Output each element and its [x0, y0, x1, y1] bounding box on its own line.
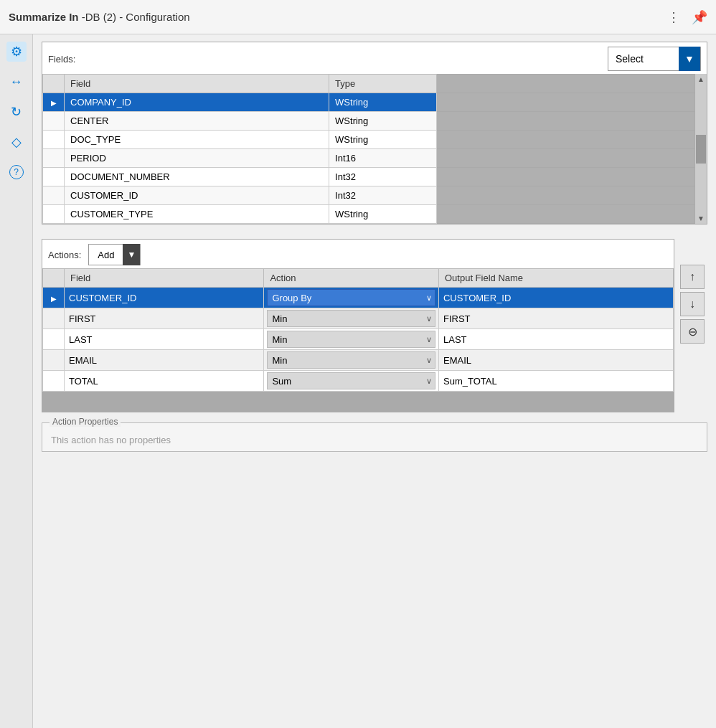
select-dropdown[interactable]: Select ▼ — [608, 47, 701, 71]
fields-header-row: Fields: Select ▼ — [42, 42, 707, 74]
actions-row-output[interactable]: Sum_TOTAL — [438, 371, 673, 392]
actions-row-action[interactable]: Min ∨ — [264, 308, 439, 329]
sidebar-item-help[interactable]: ? — [6, 162, 27, 182]
tag-icon: ◇ — [11, 134, 22, 150]
fields-row-type: WString — [329, 93, 437, 112]
action-dropdown[interactable]: Min ∨ — [267, 310, 435, 327]
help-icon: ? — [9, 165, 24, 179]
fields-row-extra — [437, 93, 695, 112]
menu-icon[interactable]: ⋮ — [667, 9, 680, 25]
actions-row-field[interactable]: LAST — [65, 329, 264, 350]
actions-row-action[interactable]: Min ∨ — [264, 350, 439, 371]
actions-row-field[interactable]: CUSTOMER_ID — [65, 288, 264, 308]
fields-row-type: WString — [329, 205, 437, 224]
fields-label: Fields: — [48, 54, 75, 65]
actions-table: Field Action Output Field Name ▶ CUSTOME… — [42, 268, 674, 392]
content-area: Fields: Select ▼ Field Type — [33, 34, 716, 728]
actions-row-field[interactable]: FIRST — [65, 308, 264, 329]
action-dropdown-arrow: ∨ — [423, 375, 435, 387]
action-dropdown[interactable]: Min ∨ — [267, 331, 435, 348]
delete-button[interactable]: ⊖ — [680, 319, 705, 344]
action-properties-legend: Action Properties — [50, 417, 121, 427]
actions-row-field[interactable]: TOTAL — [65, 371, 264, 392]
tool-name: Summarize In — [9, 11, 79, 23]
actions-table-wrap: Field Action Output Field Name ▶ CUSTOME… — [42, 268, 674, 412]
fields-row-extra — [437, 205, 695, 224]
actions-row-output[interactable]: EMAIL — [438, 350, 673, 371]
fields-row-field[interactable]: CENTER — [65, 112, 329, 131]
fields-row-extra — [437, 112, 695, 131]
add-dropdown[interactable]: Add ▼ — [88, 244, 141, 265]
action-dropdown[interactable]: Sum ∨ — [267, 372, 435, 389]
fields-row-field[interactable]: DOCUMENT_NUMBER — [65, 168, 329, 186]
fields-row-type: WString — [329, 131, 437, 149]
actions-row-output[interactable]: LAST — [438, 329, 673, 350]
actions-col-indicator — [43, 269, 65, 288]
action-dropdown[interactable]: Min ∨ — [267, 351, 435, 369]
actions-outer: Actions: Add ▼ Field Act — [42, 239, 707, 420]
sidebar-item-settings[interactable]: ⚙ — [6, 42, 27, 62]
move-down-button[interactable]: ↓ — [680, 292, 705, 316]
fields-row-type: Int16 — [329, 149, 437, 168]
actions-row-field[interactable]: EMAIL — [65, 350, 264, 371]
fields-col-indicator — [43, 75, 65, 93]
action-dropdown[interactable]: Group By ∨ — [267, 289, 435, 306]
scroll-thumb[interactable] — [696, 135, 706, 164]
fields-row-extra — [437, 186, 695, 205]
fields-row-indicator: ▶ — [43, 93, 65, 112]
action-dropdown-arrow: ∨ — [423, 334, 435, 346]
sidebar-item-arrows[interactable]: ↔ — [6, 72, 27, 92]
action-dropdown-label: Min — [268, 354, 423, 367]
actions-row-indicator: ▶ — [43, 288, 65, 308]
side-buttons: ↑ ↓ ⊖ — [677, 262, 707, 346]
title-bar: Summarize In -DB (2) - Configuration ⋮ 📌 — [0, 0, 716, 34]
fields-row-field[interactable]: CUSTOMER_TYPE — [65, 205, 329, 224]
fields-row-field[interactable]: CUSTOMER_ID — [65, 186, 329, 205]
actions-row-output[interactable]: CUSTOMER_ID — [438, 288, 673, 308]
actions-row-action[interactable]: Min ∨ — [264, 329, 439, 350]
action-dropdown-label: Min — [268, 333, 423, 346]
actions-row-action[interactable]: Sum ∨ — [264, 371, 439, 392]
fields-row-extra — [437, 149, 695, 168]
fields-row-indicator — [43, 112, 65, 131]
action-dropdown-arrow: ∨ — [423, 313, 435, 325]
fields-row-field[interactable]: COMPANY_ID — [65, 93, 329, 112]
fields-row-extra — [437, 168, 695, 186]
actions-row-indicator — [43, 371, 65, 392]
action-properties: Action Properties This action has no pro… — [42, 422, 707, 452]
arrows-icon: ↔ — [10, 75, 23, 90]
fields-scrollbar[interactable]: ▲ ▼ — [695, 74, 707, 224]
fields-row-indicator — [43, 168, 65, 186]
action-dropdown-label: Sum — [268, 374, 423, 388]
actions-row-output[interactable]: FIRST — [438, 308, 673, 329]
fields-table-inner: Field Type ▶ COMPANY_ID WString CENTER W… — [42, 74, 695, 224]
fields-table: Field Type ▶ COMPANY_ID WString CENTER W… — [42, 74, 695, 224]
add-dropdown-label: Add — [89, 247, 123, 263]
action-dropdown-label: Min — [268, 312, 423, 326]
actions-row-indicator — [43, 308, 65, 329]
actions-col-output: Output Field Name — [438, 269, 673, 288]
fields-row-indicator — [43, 186, 65, 205]
fields-section: Fields: Select ▼ Field Type — [42, 42, 707, 224]
actions-row-action[interactable]: Group By ∨ — [264, 288, 439, 308]
actions-col-field: Field — [65, 269, 264, 288]
title-subtitle: -DB (2) - Configuration — [82, 11, 190, 23]
fields-row-indicator — [43, 149, 65, 168]
sidebar-item-refresh[interactable]: ↻ — [6, 102, 27, 122]
refresh-icon: ↻ — [11, 104, 22, 120]
action-dropdown-label: Group By — [268, 291, 423, 305]
fields-col-extra — [437, 75, 695, 93]
fields-row-extra — [437, 131, 695, 149]
sidebar-item-tag[interactable]: ◇ — [6, 132, 27, 152]
title-text: Summarize In -DB (2) - Configuration — [9, 11, 190, 23]
scroll-up-arrow[interactable]: ▲ — [697, 75, 705, 83]
fields-row-field[interactable]: PERIOD — [65, 149, 329, 168]
pin-icon[interactable]: 📌 — [692, 9, 707, 25]
sidebar: ⚙ ↔ ↻ ◇ ? — [0, 34, 33, 728]
fields-col-field: Field — [65, 75, 329, 93]
fields-row-field[interactable]: DOC_TYPE — [65, 131, 329, 149]
actions-label: Actions: — [48, 250, 81, 260]
scroll-down-arrow[interactable]: ▼ — [697, 214, 705, 222]
action-properties-text: This action has no properties — [51, 429, 698, 445]
move-up-button[interactable]: ↑ — [680, 265, 705, 289]
